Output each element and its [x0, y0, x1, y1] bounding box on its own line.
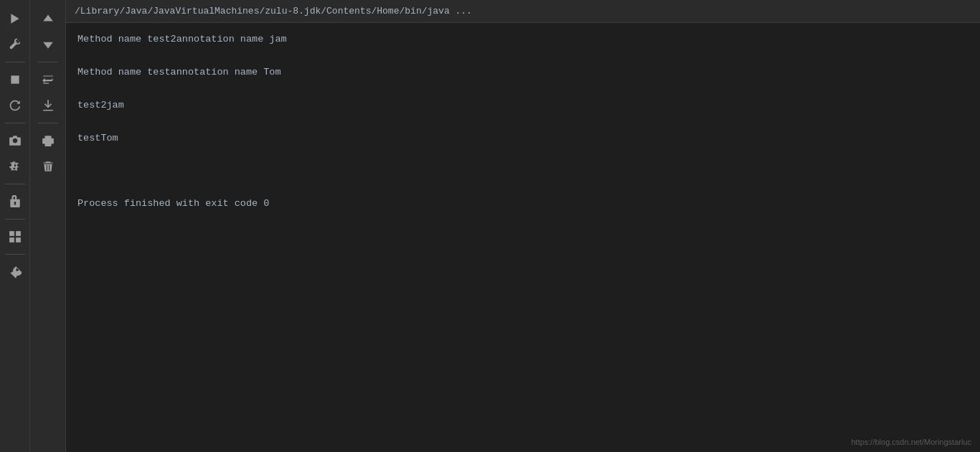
svg-rect-1: [11, 75, 19, 83]
scroll-up-icon[interactable]: [37, 7, 60, 30]
svg-rect-5: [16, 237, 21, 243]
svg-marker-0: [11, 14, 19, 24]
play-icon[interactable]: [4, 7, 27, 30]
svg-marker-7: [43, 42, 53, 49]
divider-3: [5, 184, 25, 184]
console-path: /Library/Java/JavaVirtualMachines/zulu-8…: [66, 0, 980, 23]
svg-rect-2: [9, 231, 14, 236]
svg-rect-4: [9, 237, 14, 243]
console-line-4: testTom: [77, 131, 969, 147]
right-toolbar: [30, 0, 66, 452]
console-line-6: Process finished with exit code 0: [77, 196, 969, 212]
divider-4: [5, 219, 25, 220]
camera-icon[interactable]: [4, 129, 27, 152]
wrap-icon[interactable]: [37, 68, 60, 91]
console-line-1: Method name test2annotation name jam: [77, 32, 969, 48]
watermark: https://blog.csdn.net/Moringstarluc: [851, 438, 971, 446]
divider-r1: [38, 62, 58, 62]
console-line-2: Method name testannotation name Tom: [77, 65, 969, 81]
login-icon[interactable]: [4, 190, 27, 213]
download-icon[interactable]: [37, 94, 60, 117]
svg-marker-6: [43, 14, 53, 21]
scroll-down-icon[interactable]: [37, 33, 60, 56]
left-toolbar: [0, 0, 30, 452]
pin-icon[interactable]: [4, 260, 27, 283]
svg-rect-3: [16, 231, 21, 236]
stop-icon[interactable]: [4, 68, 27, 91]
divider-r2: [38, 123, 58, 123]
console-output: Method name test2annotation name jam Met…: [66, 23, 980, 452]
divider-2: [5, 123, 25, 123]
trash-icon[interactable]: [37, 155, 60, 178]
console-line-5: [77, 164, 969, 180]
rerun-icon[interactable]: [4, 94, 27, 117]
wrench-icon[interactable]: [4, 33, 27, 56]
layout-icon[interactable]: [4, 225, 27, 248]
bug-icon[interactable]: [4, 155, 27, 178]
divider-1: [5, 62, 25, 62]
print-icon[interactable]: [37, 129, 60, 152]
divider-5: [5, 254, 25, 255]
console-line-3: test2jam: [77, 98, 969, 114]
console-panel: /Library/Java/JavaVirtualMachines/zulu-8…: [66, 0, 980, 452]
